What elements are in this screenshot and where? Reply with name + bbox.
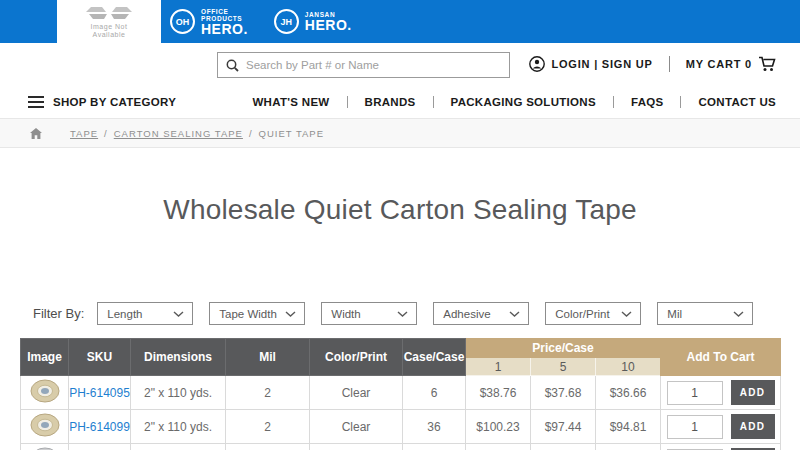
header-row: LOGIN | SIGN UP MY CART 0 — [0, 43, 800, 85]
cell-case-case: 36 — [403, 410, 466, 444]
filter-dropdown-color-print[interactable]: Color/Print — [545, 302, 641, 325]
filter-dropdown-length[interactable]: Length — [97, 302, 193, 325]
nav-item-contact-us[interactable]: CONTACT US — [680, 96, 776, 108]
chevron-down-icon — [733, 311, 744, 317]
tape-roll-icon — [28, 412, 62, 438]
breadcrumb-tape[interactable]: TAPE — [70, 128, 98, 139]
chevron-down-icon — [509, 311, 520, 317]
col-header-sku: SKU — [69, 339, 131, 376]
cell-case-case: 6 — [403, 376, 466, 410]
filter-dropdown-width[interactable]: Width — [321, 302, 417, 325]
nav-item-faqs[interactable]: FAQS — [613, 96, 681, 108]
store-logo-placeholder[interactable]: Image Not Available — [57, 0, 161, 43]
col-header-case-case: Case/Case — [403, 339, 466, 376]
home-icon[interactable] — [30, 128, 42, 139]
cell-color-print: Clear — [310, 410, 403, 444]
filter-dropdown-mil[interactable]: Mil — [657, 302, 753, 325]
divider — [669, 56, 670, 72]
login-signup-link[interactable]: LOGIN | SIGN UP — [529, 56, 652, 72]
sku-link[interactable]: PH-614099 — [69, 420, 130, 434]
my-cart-link[interactable]: MY CART 0 — [686, 56, 776, 72]
jh-badge-icon: JH — [274, 9, 299, 34]
cell-price-10: $94.81 — [596, 410, 661, 444]
chevron-down-icon — [285, 311, 296, 317]
chevron-down-icon — [621, 311, 632, 317]
user-icon — [529, 56, 545, 72]
add-to-cart-button[interactable]: ADD — [731, 414, 775, 439]
breadcrumb-current: QUIET TAPE — [259, 128, 324, 139]
col-header-color-print: Color/Print — [310, 339, 403, 376]
jansan-logo-name: HERO. — [305, 18, 352, 32]
page-title: Wholesale Quiet Carton Sealing Tape — [0, 194, 800, 226]
col-header-price-case: Price/Case — [466, 339, 661, 358]
filter-bar: Filter By: Length Tape Width Width Adhes… — [33, 302, 800, 325]
placeholder-text: Image Not Available — [91, 23, 128, 39]
account-area: LOGIN | SIGN UP MY CART 0 — [529, 43, 776, 85]
filter-dropdown-tape-width[interactable]: Tape Width — [209, 302, 305, 325]
cell-price-5: $37.68 — [531, 376, 596, 410]
quantity-input[interactable] — [667, 415, 723, 439]
cell-mil: 2 — [226, 410, 310, 444]
main-nav: SHOP BY CATEGORY WHAT'S NEW BRANDS PACKA… — [0, 85, 800, 118]
product-image[interactable] — [21, 376, 69, 410]
nav-item-brands[interactable]: BRANDS — [347, 96, 433, 108]
col-header-dimensions: Dimensions — [131, 339, 226, 376]
cell-mil: 2 — [226, 376, 310, 410]
cell-price-1: $100.23 — [466, 410, 531, 444]
search-box — [217, 52, 510, 78]
product-image[interactable] — [21, 444, 69, 450]
shop-by-category-label: SHOP BY CATEGORY — [53, 96, 176, 108]
hamburger-icon — [28, 96, 44, 108]
nav-links: WHAT'S NEW BRANDS PACKAGING SOLUTIONS FA… — [235, 96, 776, 108]
office-products-hero-logo[interactable]: OH OFFICE PRODUCTS HERO. — [170, 8, 248, 36]
product-image[interactable] — [21, 410, 69, 444]
tape-roll-icon — [28, 378, 62, 404]
tape-roll-icon — [28, 446, 62, 450]
cart-label: MY CART 0 — [686, 58, 752, 70]
price-tier-1: 1 — [466, 358, 531, 376]
cell-price-10 — [596, 444, 661, 450]
search-icon — [226, 59, 239, 72]
col-header-add-to-cart: Add To Cart — [661, 339, 781, 376]
cell-color-print — [310, 444, 403, 450]
cell-dimensions: 2" x 110 yds. — [131, 376, 226, 410]
cell-case-case — [403, 444, 466, 450]
chevron-down-icon — [397, 311, 408, 317]
quantity-input[interactable] — [667, 381, 723, 405]
jansan-hero-logo[interactable]: JH JANSAN HERO. — [274, 9, 352, 34]
cell-dimensions — [131, 444, 226, 450]
oh-badge-icon: OH — [170, 9, 195, 34]
chevron-down-icon — [173, 311, 184, 317]
breadcrumb: TAPE / CARTON SEALING TAPE / QUIET TAPE — [0, 118, 800, 148]
broken-image-icon — [83, 5, 135, 23]
cell-color-print: Clear — [310, 376, 403, 410]
cart-icon — [758, 56, 776, 72]
hero-logos: OH OFFICE PRODUCTS HERO. JH JANSAN HERO. — [170, 0, 352, 43]
price-tier-10: 10 — [596, 358, 661, 376]
sku-link[interactable]: PH-614095 — [69, 386, 130, 400]
cell-mil — [226, 444, 310, 450]
breadcrumb-carton-sealing-tape[interactable]: CARTON SEALING TAPE — [114, 128, 243, 139]
table-row: PH-614095 2" x 110 yds. 2 Clear 6 $38.76… — [21, 376, 781, 410]
add-to-cart-button[interactable]: ADD — [731, 380, 775, 405]
table-row: ADD — [21, 444, 781, 450]
cell-price-1: $38.76 — [466, 376, 531, 410]
cell-dimensions: 2" x 110 yds. — [131, 410, 226, 444]
nav-item-whats-new[interactable]: WHAT'S NEW — [235, 96, 346, 108]
shop-by-category-button[interactable]: SHOP BY CATEGORY — [28, 96, 176, 108]
filter-dropdown-adhesive[interactable]: Adhesive — [433, 302, 529, 325]
col-header-image: Image — [21, 339, 69, 376]
office-logo-name: HERO. — [201, 22, 248, 36]
nav-item-packaging-solutions[interactable]: PACKAGING SOLUTIONS — [433, 96, 613, 108]
price-tier-5: 5 — [531, 358, 596, 376]
brand-bar: Image Not Available OH OFFICE PRODUCTS H… — [0, 0, 800, 43]
cell-price-10: $36.66 — [596, 376, 661, 410]
breadcrumb-trail: TAPE / CARTON SEALING TAPE / QUIET TAPE — [70, 128, 324, 139]
table-row: PH-614099 2" x 110 yds. 2 Clear 36 $100.… — [21, 410, 781, 444]
product-table: Image SKU Dimensions Mil Color/Print Cas… — [20, 338, 780, 450]
breadcrumb-separator: / — [249, 128, 253, 139]
cell-price-5 — [531, 444, 596, 450]
col-header-mil: Mil — [226, 339, 310, 376]
cell-price-5: $97.44 — [531, 410, 596, 444]
search-input[interactable] — [246, 59, 501, 71]
